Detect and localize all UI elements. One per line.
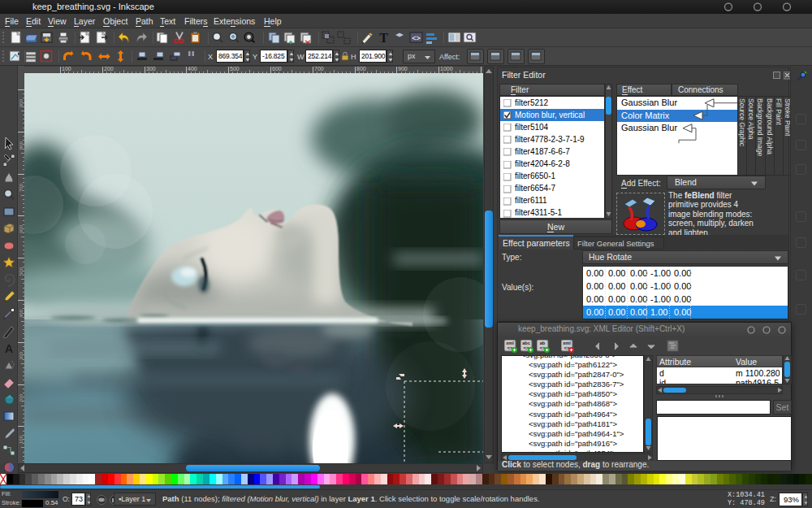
svg-text:<>: <> xyxy=(412,34,421,42)
svg-text:A: A xyxy=(5,342,13,355)
svg-text:T: T xyxy=(379,31,388,45)
